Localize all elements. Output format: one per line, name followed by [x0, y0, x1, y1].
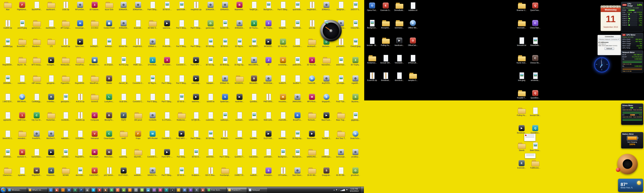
taskbar-app-button[interactable]: X: [72, 187, 78, 193]
desktop-icon[interactable]: oneD: [116, 130, 131, 139]
taskbar-app-button[interactable]: ♫: [60, 187, 66, 193]
desktop-icon[interactable]: morrowin...: [514, 20, 529, 29]
desktop-icon[interactable]: 300 jans3: [131, 112, 145, 121]
desktop-icon[interactable]: eOffline We...: [406, 20, 420, 29]
desktop-icon[interactable]: 2003-07 0...: [348, 1, 362, 10]
desktop-icon[interactable]: ⚙prodikey...: [348, 149, 362, 158]
desktop-icon[interactable]: ⚙MiniTool P...: [44, 130, 58, 139]
desktop-icon[interactable]: megaman3...: [131, 38, 145, 47]
taskbar-app-button[interactable]: S: [90, 187, 96, 193]
desktop-icon[interactable]: Part 5 Sbeg...: [189, 38, 203, 47]
taskbar-app-button[interactable]: D: [188, 187, 194, 193]
taskbar-app-button[interactable]: ✉: [182, 187, 188, 193]
desktop-icon[interactable]: spacewalk...: [174, 1, 189, 10]
desktop-icon[interactable]: Converto-C...: [174, 57, 189, 66]
desktop-icon[interactable]: 3D list-reg...: [204, 57, 218, 66]
desktop-icon[interactable]: megaman.zip: [189, 1, 203, 10]
desktop-icon[interactable]: Boxsprint...: [378, 20, 393, 29]
network-icon[interactable]: ▂▄▆: [340, 189, 345, 191]
taskbar-app-button[interactable]: N: [139, 187, 145, 193]
desktop-icon[interactable]: SSpiderSan...: [218, 93, 232, 103]
desktop-icon[interactable]: bonus5.zip: [58, 38, 73, 47]
desktop-icon[interactable]: ⚙3DMark s...: [146, 38, 160, 47]
desktop-icon[interactable]: doberman...: [334, 57, 348, 66]
show-desktop-button[interactable]: [361, 187, 363, 193]
desktop-icon[interactable]: samples 5...: [406, 72, 420, 81]
desktop-icon[interactable]: Part 5 Sbeg...: [160, 93, 174, 103]
desktop-icon[interactable]: AP Compo...: [58, 20, 73, 29]
desktop-icon[interactable]: TotoDeskt...: [290, 20, 305, 29]
desktop-icon[interactable]: ⚙JAWS2000...: [290, 93, 305, 103]
desktop-icon[interactable]: GlassBallo...: [528, 37, 542, 46]
desktop-icon[interactable]: Mmousetra...: [276, 93, 290, 103]
desktop-icon[interactable]: SSmartpho...: [261, 167, 276, 176]
taskbar-app-button[interactable]: P: [78, 187, 84, 193]
desktop-icon[interactable]: Part 5 Sbeg...: [276, 1, 290, 10]
desktop-icon[interactable]: 44squareto...: [44, 167, 58, 176]
desktop-icon[interactable]: PMD-9000...: [261, 93, 276, 103]
taskbar-window-button[interactable]: Windows...: [7, 188, 27, 193]
desktop-icon[interactable]: thredbowl...: [378, 72, 393, 81]
desktop-icon[interactable]: customev...: [15, 75, 29, 84]
desktop-icon[interactable]: ▶bandicam...: [392, 37, 406, 46]
desktop-icon[interactable]: boxsub - W...: [365, 37, 379, 46]
desktop-icon[interactable]: ⚙3DMark11...: [319, 1, 334, 10]
desktop-icon[interactable]: looners5: [88, 93, 102, 103]
chevron-up-icon[interactable]: ▴: [334, 189, 335, 191]
desktop-icon[interactable]: RRock-pape...: [88, 149, 102, 158]
desktop-icon[interactable]: Sbegman...: [334, 1, 348, 10]
desktop-icon[interactable]: ⚙Samsung5...: [334, 149, 348, 158]
desktop-icon[interactable]: sevensev...: [276, 130, 290, 139]
desktop-icon[interactable]: 3D Birdcag...: [218, 57, 232, 66]
desktop-icon[interactable]: RegeditSW...: [73, 75, 87, 84]
desktop-icon[interactable]: Part 5 Sbeg...: [174, 20, 189, 29]
desktop-icon[interactable]: MMP3 Rock...: [305, 93, 319, 103]
desktop-icon[interactable]: 1040EZ 20...: [232, 167, 247, 176]
desktop-icon[interactable]: Redbones...: [174, 112, 189, 121]
desktop-icon[interactable]: EEvernote S...: [378, 2, 393, 11]
desktop-icon[interactable]: ISTQB-05...: [189, 112, 203, 121]
desktop-icon[interactable]: birdseye...: [102, 38, 116, 47]
desktop-icon[interactable]: CChessTitan...: [528, 20, 542, 29]
desktop-icon[interactable]: Quintfew...: [247, 93, 261, 103]
desktop-icon[interactable]: Bake Glass...: [528, 142, 542, 151]
taskbar-app-button[interactable]: e: [48, 187, 54, 193]
desktop-icon[interactable]: CarlAdegg...: [30, 93, 44, 103]
desktop-icon[interactable]: 3D list-st-...: [218, 38, 232, 47]
desktop-icon[interactable]: pS2 sansm...: [102, 167, 116, 176]
taskbar-app-button[interactable]: ☁: [145, 187, 151, 193]
desktop-icon[interactable]: RegeditFiv...: [73, 149, 87, 158]
desktop-icon[interactable]: 3D list-st-...: [160, 1, 174, 10]
desktop-icon[interactable]: BBejeweled...: [232, 1, 247, 10]
desktop-icon[interactable]: BBleedo: [102, 75, 116, 84]
desktop-icon[interactable]: NimbusSki...: [58, 57, 73, 66]
taskbar-app-button[interactable]: R: [158, 187, 163, 193]
desktop-icon[interactable]: ▶weedwack...: [44, 149, 58, 158]
desktop-icon[interactable]: 33D YouTub...: [276, 38, 290, 47]
desktop-icon[interactable]: NOVA5: [58, 167, 73, 176]
desktop-icon[interactable]: S-1 Promo...: [160, 112, 174, 121]
taskbar-window-button[interactable]: What's ne...: [27, 188, 48, 193]
desktop-icon[interactable]: ISO-2 Jhea...: [204, 167, 218, 176]
network-meter-gadget[interactable]: Network Meter Int IP192.168.0.3Ext IP72.…: [621, 50, 643, 73]
desktop-icon[interactable]: ⚙AnyDVD5...: [319, 75, 334, 84]
desktop-icon[interactable]: 33D Galaxi...: [160, 57, 174, 66]
desktop-icon[interactable]: ⚙3DMark99...: [116, 20, 131, 29]
desktop-icon[interactable]: ▦Window Co...: [88, 57, 102, 66]
taskbar-app-button[interactable]: K: [194, 187, 200, 193]
desktop-icon[interactable]: -Scub dne...: [116, 93, 131, 103]
desktop-icon[interactable]: JJC: [261, 57, 276, 66]
desktop-icon[interactable]: Gghostbust...: [348, 167, 362, 176]
desktop-icon[interactable]: sycomgla...: [334, 75, 348, 84]
desktop-icon[interactable]: 33D Galaxie...: [88, 1, 102, 10]
cpu-usage-gadget[interactable]: AMD CPU Usage 14% AMD Phenom II X6 1045T…: [621, 2, 643, 32]
desktop-icon[interactable]: ⚙Start Kleen...: [290, 167, 305, 176]
desktop-icon[interactable]: OOfficeCalc...: [406, 37, 420, 46]
desktop-icon[interactable]: signworld...: [0, 112, 15, 121]
desktop-icon[interactable]: ▶Bandicam...: [514, 125, 529, 134]
desktop-icon[interactable]: Convertin-C...: [131, 75, 145, 84]
desktop-icon[interactable]: Backgroun...: [276, 149, 290, 158]
desktop-icon[interactable]: fontlist B...: [276, 75, 290, 84]
desktop-icon[interactable]: Part 5 Sbeg...: [174, 38, 189, 47]
ring-gadget[interactable]: [617, 154, 638, 174]
